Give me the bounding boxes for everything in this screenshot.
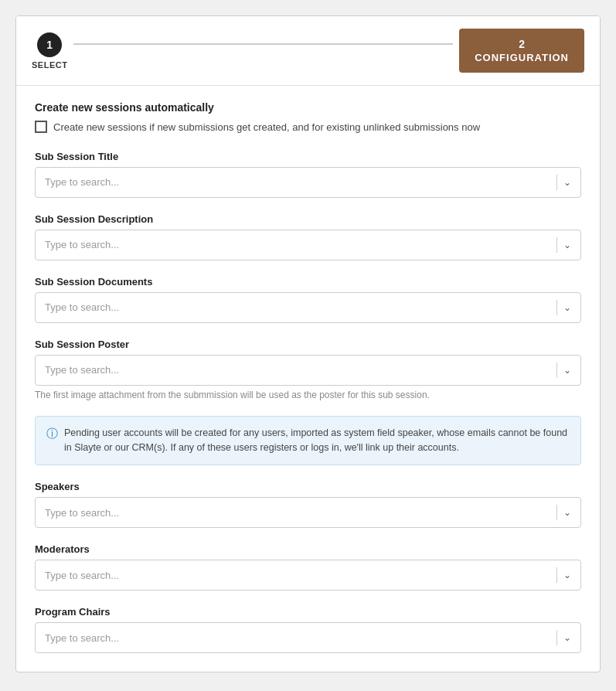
chevron-down-icon-3: ⌄ <box>563 302 571 313</box>
dropdown-divider <box>556 175 557 190</box>
sub-session-description-placeholder: Type to search... <box>45 239 550 250</box>
info-icon: ⓘ <box>46 427 58 441</box>
content-area: Create new sessions automatically Create… <box>16 86 600 672</box>
speakers-section: Speakers Type to search... ⌄ <box>35 481 581 528</box>
sub-session-poster-section: Sub Session Poster Type to search... ⌄ T… <box>35 339 581 400</box>
step-2-label: CONFIGURATION <box>475 52 569 63</box>
chevron-down-icon-2: ⌄ <box>563 240 571 250</box>
program-chairs-dropdown[interactable]: Type to search... ⌄ <box>35 622 581 653</box>
sub-session-description-label: Sub Session Description <box>35 213 581 225</box>
program-chairs-section: Program Chairs Type to search... ⌄ <box>35 606 581 653</box>
info-box-text: Pending user accounts will be created fo… <box>64 426 570 456</box>
sub-session-documents-placeholder: Type to search... <box>45 301 550 313</box>
program-chairs-placeholder: Type to search... <box>45 632 550 644</box>
step-1-label: SELECT <box>32 60 67 70</box>
chevron-down-icon-6: ⌄ <box>563 570 571 580</box>
dropdown-divider-3 <box>556 300 557 315</box>
sub-session-poster-dropdown[interactable]: Type to search... ⌄ <box>35 355 581 386</box>
chevron-down-icon: ⌄ <box>563 177 571 188</box>
moderators-label: Moderators <box>35 543 581 555</box>
sub-session-title-label: Sub Session Title <box>35 151 581 162</box>
step-2-box: 2 CONFIGURATION <box>459 29 584 73</box>
dropdown-divider-2 <box>556 237 557 253</box>
dropdown-divider-6 <box>556 567 557 583</box>
speakers-label: Speakers <box>35 481 581 492</box>
step-1: 1 SELECT <box>32 32 67 70</box>
auto-create-row: Create new sessions if new submissions g… <box>35 120 581 135</box>
program-chairs-label: Program Chairs <box>35 606 581 618</box>
sub-session-poster-placeholder: Type to search... <box>45 364 550 376</box>
step-2-number: 2 <box>519 38 525 50</box>
moderators-dropdown[interactable]: Type to search... ⌄ <box>35 560 581 591</box>
step-connector <box>73 43 453 45</box>
moderators-section: Moderators Type to search... ⌄ <box>35 543 581 591</box>
main-container: 1 SELECT 2 CONFIGURATION Create new sess… <box>15 15 601 672</box>
sub-session-title-dropdown[interactable]: Type to search... ⌄ <box>35 167 581 198</box>
speakers-placeholder: Type to search... <box>45 507 550 519</box>
sub-session-documents-dropdown[interactable]: Type to search... ⌄ <box>35 292 581 323</box>
sub-session-poster-label: Sub Session Poster <box>35 339 581 350</box>
sub-session-documents-section: Sub Session Documents Type to search... … <box>35 276 581 323</box>
sub-session-description-dropdown[interactable]: Type to search... ⌄ <box>35 230 581 260</box>
step-1-circle: 1 <box>37 32 62 57</box>
sub-session-title-placeholder: Type to search... <box>45 176 550 188</box>
dropdown-divider-7 <box>556 630 557 645</box>
chevron-down-icon-7: ⌄ <box>563 632 571 643</box>
stepper: 1 SELECT 2 CONFIGURATION <box>16 16 600 86</box>
dropdown-divider-5 <box>556 505 557 520</box>
auto-create-checkbox[interactable] <box>35 121 47 133</box>
sub-session-documents-label: Sub Session Documents <box>35 276 581 288</box>
auto-create-heading: Create new sessions automatically <box>35 101 581 114</box>
sub-session-title-section: Sub Session Title Type to search... ⌄ <box>35 151 581 198</box>
chevron-down-icon-5: ⌄ <box>563 507 571 518</box>
chevron-down-icon-4: ⌄ <box>563 365 571 376</box>
moderators-placeholder: Type to search... <box>45 570 550 581</box>
sub-session-description-section: Sub Session Description Type to search..… <box>35 213 581 260</box>
auto-create-description: Create new sessions if new submissions g… <box>53 120 480 135</box>
poster-hint-text: The first image attachment from the subm… <box>35 390 581 400</box>
dropdown-divider-4 <box>556 363 557 378</box>
info-box: ⓘ Pending user accounts will be created … <box>35 416 581 466</box>
speakers-dropdown[interactable]: Type to search... ⌄ <box>35 497 581 528</box>
